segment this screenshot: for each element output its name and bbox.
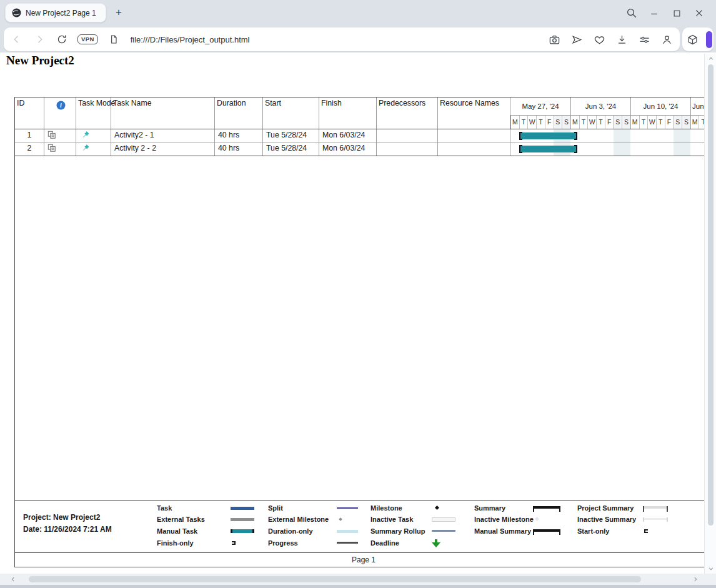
scroll-down-icon[interactable]	[705, 564, 716, 574]
header-start: Start	[263, 97, 319, 129]
legend-swatch-split	[337, 504, 358, 512]
gantt-day-letter: M	[690, 116, 699, 129]
page-icon[interactable]	[107, 32, 121, 46]
legend-label: Start-only	[577, 527, 609, 536]
legend-date: Date: 11/26/2024 7:21 AM	[23, 525, 112, 534]
gantt-day-letter: S	[622, 116, 630, 129]
browser-tab[interactable]: New Project2 Page 1	[5, 3, 106, 22]
download-icon[interactable]	[615, 32, 629, 46]
table-header-row: ID i Task Mode Task Name Duration Start …	[14, 97, 716, 129]
task-bar	[519, 132, 577, 140]
address-bar-card: VPN file:///D:/Files/Project_output.html	[4, 27, 680, 51]
page-number: Page 1	[352, 556, 375, 564]
gantt-week-label: May 27, '24	[510, 97, 570, 116]
legend-swatch-project-summary	[643, 504, 668, 512]
legend-label: Inactive Summary	[577, 515, 636, 524]
maximize-button[interactable]	[669, 5, 685, 21]
legend-swatch-progress	[337, 539, 358, 547]
header-task-mode: Task Mode	[76, 97, 111, 129]
legend-label: Summary	[474, 504, 505, 512]
legend-swatch-inactive-milestone	[533, 515, 560, 524]
gantt-day-letter: T	[596, 116, 605, 129]
browser-window: { "browser": { "tab_title": "New Project…	[0, 0, 716, 588]
gantt-week-label: Jun 3, '24	[570, 97, 630, 116]
cell-start: Tue 5/28/24	[263, 142, 319, 156]
gantt-day-letter: W	[647, 116, 656, 129]
minimize-button[interactable]	[646, 5, 662, 21]
gantt-day-letter: T	[639, 116, 648, 129]
gantt-day-letter: S	[682, 116, 690, 129]
cell-resource-names	[438, 129, 510, 142]
extensions-tune-icon[interactable]	[637, 32, 651, 46]
legend-label: Inactive Task	[370, 515, 413, 524]
forward-icon[interactable]	[32, 32, 46, 46]
legend-swatch-finish-only	[231, 539, 254, 547]
sidebar-card	[682, 27, 714, 51]
horizontal-scroll-thumb[interactable]	[29, 576, 641, 582]
gantt-day-letter: F	[545, 116, 554, 129]
cell-task-mode	[76, 129, 111, 142]
header-finish: Finish	[319, 97, 377, 129]
favorite-icon[interactable]	[592, 32, 606, 46]
cell-resource-names	[438, 142, 510, 156]
gantt-table: ID i Task Mode Task Name Duration Start …	[14, 97, 716, 156]
legend-label: Summary Rollup	[370, 527, 425, 536]
close-button[interactable]	[691, 5, 707, 21]
legend-label: Task	[157, 504, 172, 512]
gantt-day-letter: T	[536, 116, 545, 129]
url-text[interactable]: file:///D:/Files/Project_output.html	[131, 35, 250, 44]
legend-label: Project Summary	[577, 504, 634, 512]
cell-task-name: Activity2 - 1	[111, 129, 215, 142]
new-tab-button[interactable]: +	[111, 5, 126, 20]
cell-duration: 40 hrs	[215, 142, 263, 156]
gantt-day-letter: F	[665, 116, 674, 129]
legend-label: Deadline	[370, 539, 399, 547]
package-cube-icon[interactable]	[685, 32, 699, 46]
legend-swatch-external	[231, 515, 254, 524]
share-icon[interactable]	[570, 32, 584, 46]
cell-finish: Mon 6/03/24	[319, 142, 377, 156]
horizontal-scrollbar[interactable]	[0, 574, 716, 585]
reload-icon[interactable]	[55, 32, 69, 46]
legend-swatch-summary	[533, 504, 560, 512]
profile-icon[interactable]	[660, 32, 674, 46]
gantt-day-letter: T	[656, 116, 665, 129]
gantt-day-letter: T	[519, 116, 528, 129]
legend-swatch-ext-milestone	[337, 515, 358, 524]
cell-task-mode	[76, 142, 111, 156]
legend-label: Manual Task	[157, 527, 197, 536]
search-icon[interactable]	[624, 5, 640, 21]
legend-label: External Milestone	[268, 515, 329, 524]
legend-swatch-milestone	[432, 504, 455, 512]
legend-label: Duration-only	[268, 527, 313, 536]
gantt-day-letter: S	[613, 116, 622, 129]
task-bar	[519, 145, 577, 153]
vpn-badge[interactable]: VPN	[77, 34, 98, 44]
header-resource-names: Resource Names	[438, 97, 510, 129]
scroll-left-icon[interactable]	[7, 574, 19, 585]
window-bottom-edge	[0, 585, 716, 588]
legend-label: Milestone	[370, 504, 402, 512]
cell-id: 2	[15, 142, 44, 156]
extension-pill[interactable]	[706, 31, 712, 48]
svg-text:i: i	[60, 102, 62, 109]
scroll-up-icon[interactable]	[705, 54, 716, 64]
site-favicon	[12, 8, 21, 17]
page-footer: Page 1	[14, 552, 712, 567]
legend-label: Finish-only	[157, 539, 194, 547]
gantt-row	[510, 142, 716, 156]
screenshot-icon[interactable]	[547, 32, 561, 46]
legend-label: Split	[268, 504, 283, 512]
weekend-shading	[614, 129, 630, 142]
manual-task-pin-icon	[82, 144, 90, 152]
legend-swatch-deadline	[432, 539, 455, 547]
scroll-right-icon[interactable]	[690, 574, 701, 585]
table-row: 2Activity 2 - 240 hrsTue 5/28/24Mon 6/03…	[15, 142, 716, 156]
gantt-day-letter: W	[527, 116, 536, 129]
vertical-scroll-thumb[interactable]	[708, 64, 714, 526]
gantt-day-letter: S	[554, 116, 562, 129]
back-icon[interactable]	[10, 32, 24, 46]
cell-duration: 40 hrs	[215, 129, 263, 142]
legend-project-name: Project: New Project2	[23, 513, 100, 522]
vertical-scrollbar[interactable]	[704, 54, 716, 574]
